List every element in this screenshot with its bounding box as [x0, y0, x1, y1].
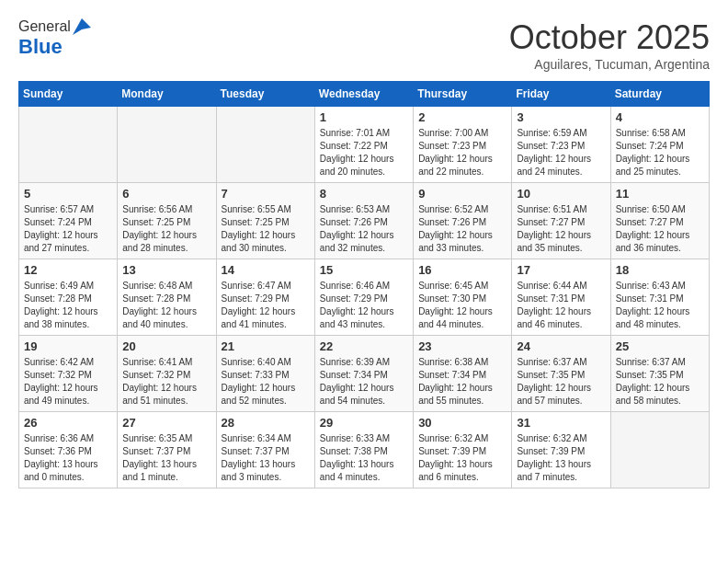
calendar-day-header: Tuesday	[216, 82, 314, 107]
calendar-header-row: SundayMondayTuesdayWednesdayThursdayFrid…	[19, 82, 710, 107]
calendar-cell: 8Sunrise: 6:53 AM Sunset: 7:26 PM Daylig…	[314, 183, 413, 259]
calendar-day-header: Saturday	[610, 82, 709, 107]
calendar-cell: 5Sunrise: 6:57 AM Sunset: 7:24 PM Daylig…	[19, 183, 118, 259]
calendar-cell: 9Sunrise: 6:52 AM Sunset: 7:26 PM Daylig…	[414, 183, 512, 259]
location-subtitle: Aguilares, Tucuman, Argentina	[509, 57, 710, 72]
calendar-cell: 26Sunrise: 6:36 AM Sunset: 7:36 PM Dayli…	[19, 412, 118, 488]
calendar-cell: 21Sunrise: 6:40 AM Sunset: 7:33 PM Dayli…	[216, 336, 314, 412]
calendar-cell: 10Sunrise: 6:51 AM Sunset: 7:27 PM Dayli…	[512, 183, 610, 259]
calendar-cell: 24Sunrise: 6:37 AM Sunset: 7:35 PM Dayli…	[512, 336, 610, 412]
day-number: 8	[320, 187, 408, 201]
day-number: 5	[24, 187, 112, 201]
svg-marker-0	[73, 18, 91, 35]
day-info: Sunrise: 6:49 AM Sunset: 7:28 PM Dayligh…	[24, 280, 112, 331]
day-info: Sunrise: 6:59 AM Sunset: 7:23 PM Dayligh…	[517, 127, 605, 178]
day-info: Sunrise: 6:37 AM Sunset: 7:35 PM Dayligh…	[517, 356, 605, 408]
day-info: Sunrise: 6:32 AM Sunset: 7:39 PM Dayligh…	[517, 432, 605, 484]
calendar-cell: 1Sunrise: 7:01 AM Sunset: 7:22 PM Daylig…	[314, 107, 413, 183]
day-info: Sunrise: 7:00 AM Sunset: 7:23 PM Dayligh…	[418, 127, 506, 178]
day-number: 27	[122, 416, 210, 430]
day-info: Sunrise: 6:36 AM Sunset: 7:36 PM Dayligh…	[24, 432, 112, 484]
calendar-cell: 18Sunrise: 6:43 AM Sunset: 7:31 PM Dayli…	[610, 259, 709, 336]
day-info: Sunrise: 6:53 AM Sunset: 7:26 PM Dayligh…	[320, 203, 408, 255]
day-info: Sunrise: 7:01 AM Sunset: 7:22 PM Dayligh…	[320, 127, 408, 178]
day-info: Sunrise: 6:43 AM Sunset: 7:31 PM Dayligh…	[616, 280, 704, 331]
calendar-cell: 4Sunrise: 6:58 AM Sunset: 7:24 PM Daylig…	[610, 107, 709, 183]
day-info: Sunrise: 6:39 AM Sunset: 7:34 PM Dayligh…	[320, 356, 408, 408]
day-number: 11	[616, 187, 704, 201]
day-info: Sunrise: 6:42 AM Sunset: 7:32 PM Dayligh…	[24, 356, 112, 408]
day-number: 15	[320, 263, 408, 277]
month-title: October 2025	[509, 18, 710, 57]
calendar-cell: 3Sunrise: 6:59 AM Sunset: 7:23 PM Daylig…	[512, 107, 610, 183]
day-number: 28	[222, 416, 310, 430]
day-number: 30	[418, 416, 506, 430]
day-info: Sunrise: 6:57 AM Sunset: 7:24 PM Dayligh…	[24, 203, 112, 255]
day-number: 10	[517, 187, 605, 201]
day-number: 18	[616, 263, 704, 277]
calendar-cell: 20Sunrise: 6:41 AM Sunset: 7:32 PM Dayli…	[118, 336, 216, 412]
day-number: 16	[418, 263, 506, 277]
calendar-week-row: 26Sunrise: 6:36 AM Sunset: 7:36 PM Dayli…	[19, 412, 710, 488]
page-header: General Blue October 2025 Aguilares, Tuc…	[18, 18, 710, 72]
day-info: Sunrise: 6:33 AM Sunset: 7:38 PM Dayligh…	[320, 432, 408, 484]
calendar-cell: 7Sunrise: 6:55 AM Sunset: 7:25 PM Daylig…	[216, 183, 314, 259]
calendar-cell: 29Sunrise: 6:33 AM Sunset: 7:38 PM Dayli…	[314, 412, 413, 488]
day-number: 1	[320, 110, 408, 124]
calendar-week-row: 19Sunrise: 6:42 AM Sunset: 7:32 PM Dayli…	[19, 336, 710, 412]
day-number: 19	[24, 339, 112, 353]
calendar-cell	[19, 107, 118, 183]
day-info: Sunrise: 6:58 AM Sunset: 7:24 PM Dayligh…	[616, 127, 704, 178]
day-number: 6	[122, 187, 210, 201]
logo-bird-icon	[73, 18, 91, 35]
calendar-cell: 31Sunrise: 6:32 AM Sunset: 7:39 PM Dayli…	[512, 412, 610, 488]
day-info: Sunrise: 6:52 AM Sunset: 7:26 PM Dayligh…	[418, 203, 506, 255]
day-info: Sunrise: 6:44 AM Sunset: 7:31 PM Dayligh…	[517, 280, 605, 331]
calendar-cell: 25Sunrise: 6:37 AM Sunset: 7:35 PM Dayli…	[610, 336, 709, 412]
day-number: 23	[418, 339, 506, 353]
calendar-week-row: 1Sunrise: 7:01 AM Sunset: 7:22 PM Daylig…	[19, 107, 710, 183]
day-number: 31	[517, 416, 605, 430]
day-info: Sunrise: 6:45 AM Sunset: 7:30 PM Dayligh…	[418, 280, 506, 331]
day-number: 29	[320, 416, 408, 430]
calendar-cell: 17Sunrise: 6:44 AM Sunset: 7:31 PM Dayli…	[512, 259, 610, 336]
day-info: Sunrise: 6:51 AM Sunset: 7:27 PM Dayligh…	[517, 203, 605, 255]
day-number: 9	[418, 187, 506, 201]
calendar-cell	[216, 107, 314, 183]
calendar-cell: 14Sunrise: 6:47 AM Sunset: 7:29 PM Dayli…	[216, 259, 314, 336]
day-info: Sunrise: 6:47 AM Sunset: 7:29 PM Dayligh…	[222, 280, 310, 331]
calendar-cell: 28Sunrise: 6:34 AM Sunset: 7:37 PM Dayli…	[216, 412, 314, 488]
calendar-cell: 16Sunrise: 6:45 AM Sunset: 7:30 PM Dayli…	[414, 259, 512, 336]
calendar-cell	[118, 107, 216, 183]
calendar-cell: 6Sunrise: 6:56 AM Sunset: 7:25 PM Daylig…	[118, 183, 216, 259]
calendar-day-header: Wednesday	[314, 82, 413, 107]
calendar-table: SundayMondayTuesdayWednesdayThursdayFrid…	[18, 81, 710, 488]
calendar-week-row: 5Sunrise: 6:57 AM Sunset: 7:24 PM Daylig…	[19, 183, 710, 259]
calendar-week-row: 12Sunrise: 6:49 AM Sunset: 7:28 PM Dayli…	[19, 259, 710, 336]
calendar-cell: 30Sunrise: 6:32 AM Sunset: 7:39 PM Dayli…	[414, 412, 512, 488]
day-info: Sunrise: 6:50 AM Sunset: 7:27 PM Dayligh…	[616, 203, 704, 255]
day-number: 22	[320, 339, 408, 353]
calendar-cell: 11Sunrise: 6:50 AM Sunset: 7:27 PM Dayli…	[610, 183, 709, 259]
logo-general-text: General	[18, 18, 71, 35]
calendar-cell: 23Sunrise: 6:38 AM Sunset: 7:34 PM Dayli…	[414, 336, 512, 412]
day-info: Sunrise: 6:41 AM Sunset: 7:32 PM Dayligh…	[122, 356, 210, 408]
calendar-cell	[610, 412, 709, 488]
day-info: Sunrise: 6:40 AM Sunset: 7:33 PM Dayligh…	[222, 356, 310, 408]
calendar-cell: 2Sunrise: 7:00 AM Sunset: 7:23 PM Daylig…	[414, 107, 512, 183]
day-number: 12	[24, 263, 112, 277]
calendar-cell: 15Sunrise: 6:46 AM Sunset: 7:29 PM Dayli…	[314, 259, 413, 336]
day-number: 24	[517, 339, 605, 353]
day-info: Sunrise: 6:56 AM Sunset: 7:25 PM Dayligh…	[122, 203, 210, 255]
day-info: Sunrise: 6:37 AM Sunset: 7:35 PM Dayligh…	[616, 356, 704, 408]
day-info: Sunrise: 6:34 AM Sunset: 7:37 PM Dayligh…	[222, 432, 310, 484]
day-number: 26	[24, 416, 112, 430]
day-number: 20	[122, 339, 210, 353]
day-number: 4	[616, 110, 704, 124]
day-info: Sunrise: 6:55 AM Sunset: 7:25 PM Dayligh…	[222, 203, 310, 255]
day-number: 7	[222, 187, 310, 201]
calendar-cell: 22Sunrise: 6:39 AM Sunset: 7:34 PM Dayli…	[314, 336, 413, 412]
calendar-cell: 13Sunrise: 6:48 AM Sunset: 7:28 PM Dayli…	[118, 259, 216, 336]
day-number: 13	[122, 263, 210, 277]
calendar-cell: 19Sunrise: 6:42 AM Sunset: 7:32 PM Dayli…	[19, 336, 118, 412]
